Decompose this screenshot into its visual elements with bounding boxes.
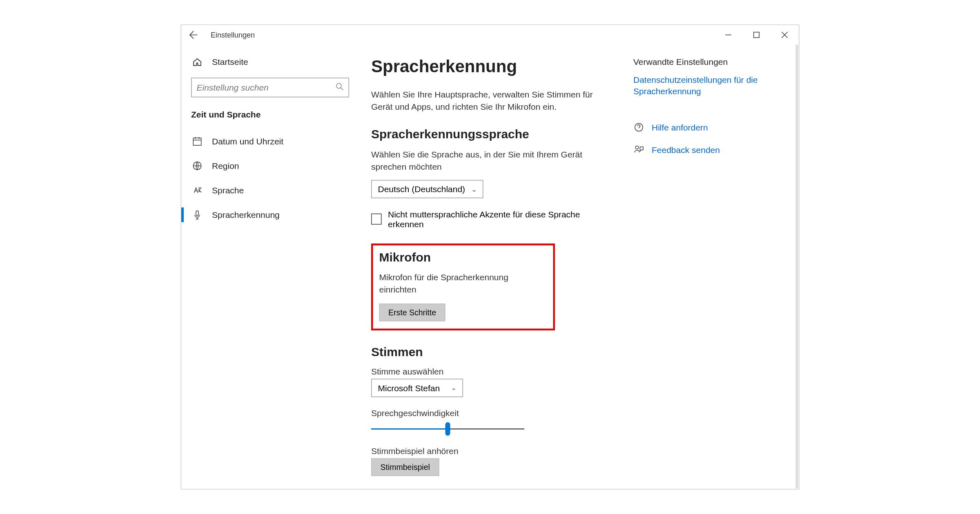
speed-slider[interactable] [371, 423, 524, 435]
voice-select-label: Stimme auswählen [371, 366, 609, 376]
chevron-down-icon: ⌄ [471, 185, 477, 193]
sidebar-item-speech-recognition[interactable]: Spracherkennung [181, 203, 359, 227]
mic-setup-button[interactable]: Erste Schritte [379, 303, 445, 321]
related-heading: Verwandte Einstellungen [633, 57, 774, 67]
mic-heading: Mikrofon [379, 250, 547, 265]
search-input[interactable] [197, 83, 336, 93]
maximize-button[interactable] [742, 25, 771, 45]
search-icon [336, 83, 344, 93]
globe-icon [191, 161, 203, 171]
close-icon [782, 32, 788, 38]
svg-point-6 [635, 146, 639, 149]
accent-checkbox-row[interactable]: Nicht muttersprachliche Akzente für dies… [371, 210, 609, 229]
slider-thumb[interactable] [445, 422, 450, 435]
voice-dropdown-value: Microsoft Stefan [378, 383, 440, 392]
minimize-button[interactable] [714, 25, 742, 45]
sidebar-item-region[interactable]: Region [181, 154, 359, 178]
main-content: Spracherkennung Wählen Sie Ihre Hauptspr… [359, 45, 799, 489]
slider-fill [371, 428, 448, 429]
language-icon [191, 186, 203, 195]
lang-heading: Spracherkennungssprache [371, 127, 609, 142]
svg-point-1 [336, 83, 341, 88]
speed-label: Sprechgeschwindigkeit [371, 408, 609, 418]
accent-checkbox-label: Nicht muttersprachliche Akzente für dies… [388, 210, 609, 229]
help-link[interactable]: Hilfe anfordern [652, 122, 708, 133]
svg-rect-0 [754, 32, 760, 38]
mic-desc: Mikrofon für die Spracherkennung einrich… [379, 272, 547, 296]
sidebar-item-label: Spracherkennung [212, 210, 280, 220]
help-icon [633, 122, 644, 132]
sidebar-item-language[interactable]: Sprache [181, 178, 359, 203]
sidebar-item-date-time[interactable]: Datum und Uhrzeit [181, 129, 359, 154]
sidebar-item-label: Region [212, 161, 239, 171]
sidebar-category: Zeit und Sprache [181, 107, 359, 129]
page-title: Spracherkennung [371, 57, 609, 77]
feedback-icon [633, 145, 644, 155]
svg-rect-2 [193, 138, 201, 145]
microphone-icon [191, 210, 203, 220]
back-button[interactable] [181, 31, 206, 39]
titlebar: Einstellungen [181, 25, 799, 45]
sidebar-item-label: Sprache [212, 186, 244, 195]
feedback-link[interactable]: Feedback senden [652, 144, 720, 156]
sample-label: Stimmbeispiel anhören [371, 446, 609, 456]
lang-desc: Wählen Sie die Sprache aus, in der Sie m… [371, 149, 609, 173]
related-aside: Verwandte Einstellungen Datenschutzeinst… [633, 57, 774, 477]
arrow-left-icon [189, 31, 198, 39]
sidebar: Startseite Zeit und Sprache Datum und Uh… [181, 45, 359, 489]
svg-rect-4 [196, 211, 198, 216]
voices-heading: Stimmen [371, 345, 609, 359]
maximize-icon [753, 32, 760, 38]
language-dropdown[interactable]: Deutsch (Deutschland) ⌄ [371, 180, 483, 199]
microphone-highlight-box: Mikrofon Mikrofon für die Spracherkennun… [371, 244, 555, 330]
voice-dropdown[interactable]: Microsoft Stefan ⌄ [371, 379, 463, 397]
language-dropdown-value: Deutsch (Deutschland) [378, 184, 466, 194]
scrollbar[interactable] [796, 45, 798, 489]
close-button[interactable] [771, 25, 799, 45]
search-input-wrapper[interactable] [191, 78, 349, 97]
settings-window: Einstellungen Startseite [181, 24, 800, 490]
home-icon [191, 57, 203, 67]
window-title: Einstellungen [206, 31, 255, 39]
intro-text: Wählen Sie Ihre Hauptsprache, verwalten … [371, 89, 609, 113]
privacy-link[interactable]: Datenschutzeinstellungen für die Sprache… [633, 74, 774, 97]
sidebar-home[interactable]: Startseite [181, 51, 359, 73]
voice-sample-button[interactable]: Stimmbeispiel [371, 458, 439, 476]
sidebar-item-label: Datum und Uhrzeit [212, 137, 283, 146]
calendar-icon [191, 137, 203, 146]
checkbox-icon [371, 214, 382, 225]
chevron-down-icon: ⌄ [451, 384, 457, 392]
minimize-icon [725, 32, 731, 38]
sidebar-home-label: Startseite [212, 57, 248, 67]
